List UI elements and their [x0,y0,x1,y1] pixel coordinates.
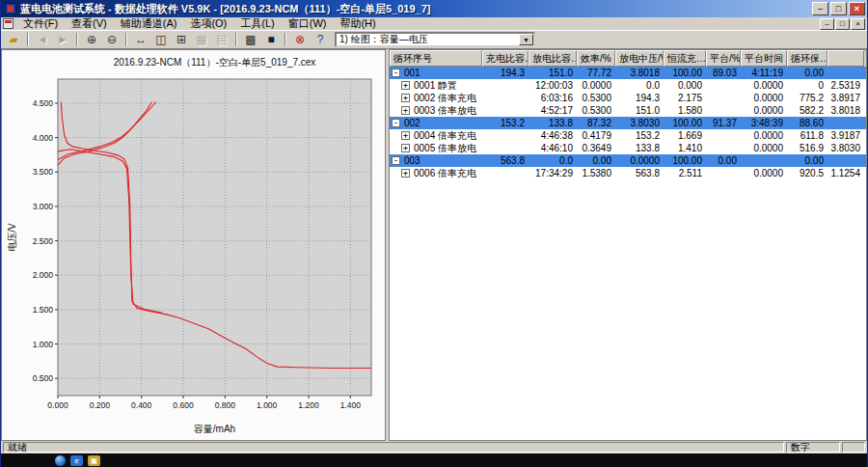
expand-toggle-icon[interactable]: + [401,94,410,102]
column-header[interactable]: 循环序号 [390,50,482,67]
mdi-close-button[interactable]: × [851,18,865,30]
cell [482,79,529,92]
table-row[interactable]: -003563.80.00.000.0000100.000.000.00 [390,154,866,167]
cell: 0.5300 [577,92,615,104]
column-header[interactable]: 效率/% [577,50,615,67]
expand-toggle-icon[interactable]: + [401,106,410,115]
explorer-icon[interactable]: ▣ [88,455,100,466]
open-file-icon[interactable]: ▰ [4,32,23,48]
tile-windows-icon[interactable]: ⊞ [172,32,191,48]
cell: 1.669 [664,129,706,142]
column-header[interactable] [827,50,864,67]
column-header[interactable]: 放电中压/V [615,50,664,67]
svg-text:0.800: 0.800 [215,400,236,410]
cell: 0.0000 [741,79,787,92]
zoom-in-icon[interactable]: ⊕ [82,32,101,48]
column-header[interactable]: 平台时间 [741,50,787,67]
cell: 2.511 [664,167,706,179]
cell: 0.0000 [741,167,787,179]
app-icon [5,3,16,14]
menu-help[interactable]: 帮助(H) [333,17,382,30]
expand-toggle-icon[interactable]: + [401,169,410,178]
cell: 3.8030 [615,117,664,129]
cell [482,167,529,179]
cell: 0.0000 [741,142,787,154]
capacity-voltage-chart[interactable]: 0.5001.0001.5002.0002.5003.0003.5004.000… [2,50,385,440]
cell: 194.3 [482,67,529,79]
expand-toggle-icon[interactable]: - [392,69,400,77]
close-button[interactable]: × [849,2,865,15]
column-header[interactable]: 放电比容… [529,50,577,67]
minimize-button[interactable]: – [812,2,828,15]
table-row[interactable]: -002153.2133.887.323.8030100.0091.373:48… [390,117,866,129]
plot-type-combobox[interactable]: 1) 绘图：容量—电压 ▼ [335,32,535,47]
expand-toggle-icon[interactable]: + [401,131,410,140]
column-header[interactable]: 平台/% [706,50,741,67]
cell: 775.2 [787,92,827,104]
column-header[interactable]: 循环保… [787,50,827,67]
row-layout-icon: ▤ [212,32,231,48]
pan-icon[interactable]: ↔ [131,32,150,48]
expand-toggle-icon[interactable]: + [401,144,410,152]
cell: 0.0000 [741,129,787,142]
mdi-document-icon[interactable] [3,18,14,29]
row-label: 0004 倍率充电 [414,129,476,142]
row-label-cell: +0001 静置 [390,79,482,92]
svg-text:0.000: 0.000 [47,400,68,410]
table-row[interactable]: +0005 倍率放电4:46:100.3649133.81.4100.00005… [390,142,866,154]
expand-toggle-icon[interactable]: - [392,156,400,165]
table-row[interactable]: +0004 倍率充电4:46:380.4179153.21.6690.00006… [390,129,866,142]
menu-view[interactable]: 查看(V) [65,17,114,30]
svg-text:0.400: 0.400 [131,400,152,410]
table-row[interactable]: +0003 倍率放电4:52:170.5300151.01.5800.00005… [390,104,866,117]
zoom-out-icon[interactable]: ⊖ [102,32,122,48]
split-view-icon[interactable]: ◫ [151,32,171,48]
cell: 0.000 [664,79,706,92]
cell: 6:03:16 [529,92,577,104]
menu-window[interactable]: 窗口(W) [282,17,334,30]
svg-text:0.600: 0.600 [173,400,194,410]
menu-options[interactable]: 选项(O) [183,17,233,30]
browser-icon[interactable]: e [70,455,83,466]
row-label: 0003 倍率放电 [414,104,476,117]
cell: 0.0000 [741,92,787,104]
maximize-button[interactable]: □ [830,2,847,15]
os-taskbar[interactable]: e▣ [1,453,867,467]
menu-aux-channel[interactable]: 辅助通道(A) [114,17,184,30]
data-table-icon[interactable]: ▩ [241,32,260,48]
cell [482,92,529,104]
column-header[interactable]: 充电比容… [482,50,529,67]
row-label: 0001 静置 [414,79,457,92]
table-row[interactable]: +0002 倍率充电6:03:160.5300194.32.1750.00007… [390,92,866,104]
table-row[interactable]: -001194.3151.077.723.8018100.0089.034:11… [390,67,866,79]
expand-toggle-icon[interactable]: + [401,81,410,90]
menu-tools[interactable]: 工具(L) [233,17,281,30]
cell: 133.8 [615,142,664,154]
start-orb[interactable] [55,455,66,466]
table-row[interactable]: +0001 静置12:00:030.00000.00.0000.000002.5… [390,79,866,92]
dark-screen-icon[interactable]: ■ [261,32,281,48]
cell [482,104,529,117]
cell: 0.00 [787,67,827,79]
tools-icon[interactable]: ⊗ [290,32,310,48]
chart-panel: 0.5001.0001.5002.0002.5003.0003.5004.000… [1,49,386,441]
cell: 151.0 [529,67,577,79]
mdi-minimize-button[interactable]: – [820,18,834,30]
expand-toggle-icon[interactable]: - [392,119,400,127]
cell: 0.0 [615,79,664,92]
column-header[interactable]: 恒流充… [664,50,706,67]
row-label: 0006 倍率充电 [414,167,476,179]
toolbar-separator [235,33,237,46]
menu-file[interactable]: 文件(F) [16,17,65,30]
cell: 87.32 [577,117,615,129]
table-row[interactable]: +0006 倍率充电17:34:291.5380563.82.5110.0000… [390,167,866,179]
title-bar[interactable]: 蓝电电池测试系统 - 数据处理软件 V5.9K - [2016.9.23-NCM… [1,0,867,17]
cell: 0.4179 [577,129,615,142]
cell: 0.00 [706,154,741,167]
chevron-down-icon[interactable]: ▼ [519,34,533,45]
row-label-cell: +0002 倍率充电 [390,92,482,104]
cell [706,92,741,104]
help-icon[interactable]: ? [311,32,330,48]
status-bar: 就绪 数字 [1,441,867,453]
mdi-restore-button[interactable]: □ [835,18,850,30]
